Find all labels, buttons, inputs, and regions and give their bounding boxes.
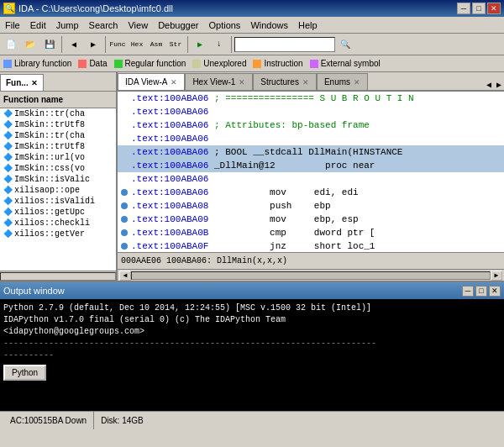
step-btn[interactable]: ↓ xyxy=(210,35,228,54)
line-dot xyxy=(121,122,128,129)
output-content[interactable]: Python 2.7.9 (default, Dec 10 2014, 12:2… xyxy=(0,299,504,411)
list-item[interactable]: 🔷 xilios::checkli xyxy=(0,218,116,229)
tab-structures-close[interactable]: ✕ xyxy=(302,78,309,87)
line-addr: .text:100ABA06 xyxy=(131,105,208,118)
menu-jump[interactable]: Jump xyxy=(51,17,84,33)
menu-search[interactable]: Search xyxy=(84,17,123,33)
output-separator: ----------------------------------------… xyxy=(3,338,501,350)
tab-enums-close[interactable]: ✕ xyxy=(354,78,360,87)
line-dot xyxy=(121,229,128,236)
menu-debugger[interactable]: Debugger xyxy=(153,17,203,33)
python-button[interactable]: Python xyxy=(3,365,46,381)
line-addr: .text:100ABA08 xyxy=(131,199,208,213)
right-panel: IDA View-A ✕ Hex View-1 ✕ Structures ✕ E… xyxy=(118,72,504,281)
close-button[interactable]: ✕ xyxy=(487,3,501,14)
list-item[interactable]: 🔷 ImSkin::tr(cha xyxy=(0,130,116,141)
func-name: ImSkin::css(vo xyxy=(14,164,85,173)
tab-next[interactable]: ▶ xyxy=(494,80,504,90)
code-line: .text:100ABA06 xyxy=(118,132,504,145)
legend-regular: Regular function xyxy=(114,59,186,68)
run-btn[interactable]: ▶ xyxy=(191,35,209,54)
function-tab[interactable]: Fun... ✕ xyxy=(0,74,44,91)
tab-ida-view-close[interactable]: ✕ xyxy=(171,78,177,87)
save-btn[interactable]: 💾 xyxy=(40,35,59,54)
content-tabs: IDA View-A ✕ Hex View-1 ✕ Structures ✕ E… xyxy=(118,72,504,92)
output-line: IDAPython v1.7.0 final (serial 0) (c) Th… xyxy=(3,314,501,326)
menu-options[interactable]: Options xyxy=(203,17,245,33)
menu-windows[interactable]: Windows xyxy=(245,17,293,33)
func-name: xilisaop::ope xyxy=(14,186,80,195)
forward-btn[interactable]: ▶ xyxy=(84,35,102,54)
sep4 xyxy=(231,36,232,53)
scroll-right[interactable]: ▶ xyxy=(491,271,502,281)
output-maximize[interactable]: □ xyxy=(475,286,487,297)
func-btn[interactable]: Func xyxy=(108,35,127,54)
search-go-btn[interactable]: 🔍 xyxy=(336,35,354,54)
func-name: xilios::checkli xyxy=(14,218,90,228)
line-content: jnz short loc_1 xyxy=(208,239,375,252)
output-line: <idapython@googlegroups.com> xyxy=(3,326,501,338)
status-bar: AC:100515BA Down Disk: 14GB xyxy=(0,411,504,429)
tab-ida-view[interactable]: IDA View-A ✕ xyxy=(118,73,185,90)
line-dot xyxy=(121,243,128,250)
list-item[interactable]: 🔷 xilisaop::ope xyxy=(0,185,116,196)
list-item[interactable]: 🔷 xilios::getVer xyxy=(0,229,116,239)
line-dot xyxy=(121,189,128,196)
legend-instruction-color xyxy=(253,60,261,68)
scroll-track[interactable] xyxy=(131,271,491,280)
h-scrollbar[interactable]: ◀ ▶ xyxy=(118,269,504,281)
left-scrollbar-track[interactable] xyxy=(0,272,116,281)
tab-hex-view-close[interactable]: ✕ xyxy=(239,78,245,87)
menu-view[interactable]: View xyxy=(123,17,153,33)
menu-help[interactable]: Help xyxy=(293,17,323,33)
tab-enums[interactable]: Enums ✕ xyxy=(317,73,368,90)
tab-prev[interactable]: ◀ xyxy=(484,80,494,90)
menu-edit[interactable]: Edit xyxy=(25,17,51,33)
list-item[interactable]: 🔷 ImSkin::css(vo xyxy=(0,163,116,174)
list-item[interactable]: 🔷 ImSkin::trUtf8 xyxy=(0,119,116,130)
code-area[interactable]: .text:100ABA06 ; ================ S U B … xyxy=(118,92,504,252)
menu-bar: File Edit Jump Search View Debugger Opti… xyxy=(0,17,504,34)
line-dot xyxy=(121,176,128,182)
menu-file[interactable]: File xyxy=(0,17,25,33)
back-btn[interactable]: ◀ xyxy=(65,35,83,54)
str-btn[interactable]: Str xyxy=(166,35,185,54)
line-addr: .text:100ABA0B xyxy=(131,226,208,239)
status-addr: AC:100515BA Down xyxy=(3,412,94,429)
search-input[interactable] xyxy=(234,37,335,52)
code-line: .text:100ABA0B cmp dword ptr [ xyxy=(118,226,504,239)
output-close[interactable]: ✕ xyxy=(489,286,501,297)
code-line: .text:100ABA06 ; ================ S U B … xyxy=(118,92,504,105)
list-item[interactable]: 🔷 ImSkin::trUtf8 xyxy=(0,141,116,152)
function-name-col: Function name xyxy=(3,95,63,104)
legend-regular-label: Regular function xyxy=(125,59,186,68)
hex-btn[interactable]: Hex xyxy=(128,35,146,54)
legend-library: Library function xyxy=(3,59,71,68)
output-minimize[interactable]: ─ xyxy=(462,286,474,297)
list-item[interactable]: 🔷 xilios::isValidi xyxy=(0,196,116,207)
maximize-button[interactable]: □ xyxy=(472,3,486,14)
function-list[interactable]: 🔷 ImSkin::tr(cha 🔷 ImSkin::trUtf8 🔷 ImSk… xyxy=(0,108,116,271)
list-item[interactable]: 🔷 ImSkin::isValic xyxy=(0,174,116,185)
output-separator2: ---------- xyxy=(3,350,501,361)
open-btn[interactable]: 📂 xyxy=(21,35,39,54)
func-name: ImSkin::tr(cha xyxy=(14,131,85,140)
minimize-button[interactable]: ─ xyxy=(457,3,470,14)
scroll-left[interactable]: ◀ xyxy=(119,271,131,281)
tab-structures[interactable]: Structures ✕ xyxy=(253,73,317,90)
left-scrollbar[interactable] xyxy=(0,271,116,281)
func-icon: 🔷 xyxy=(3,186,13,195)
line-dot xyxy=(121,216,128,223)
function-tab-close[interactable]: ✕ xyxy=(31,79,38,87)
list-item[interactable]: 🔷 xilios::getUpc xyxy=(0,207,116,218)
asm-btn[interactable]: Asm xyxy=(147,35,165,54)
list-item[interactable]: 🔷 ImSkin::url(vo xyxy=(0,152,116,163)
new-btn[interactable]: 📄 xyxy=(2,35,20,54)
output-controls: ─ □ ✕ xyxy=(462,286,501,297)
list-item[interactable]: 🔷 ImSkin::tr(cha xyxy=(0,108,116,119)
line-content: ; BOOL __stdcall DllMain(HINSTANCE xyxy=(208,145,402,159)
line-content: push ebp xyxy=(208,199,330,213)
tab-hex-view[interactable]: Hex View-1 ✕ xyxy=(185,73,253,90)
line-dot xyxy=(121,162,128,169)
line-dot xyxy=(121,202,128,209)
